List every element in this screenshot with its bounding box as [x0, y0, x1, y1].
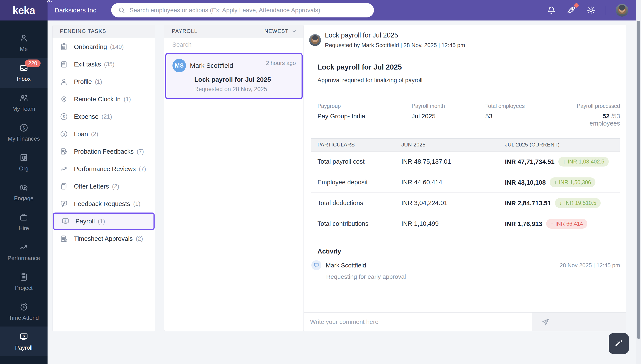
task-loan[interactable]: Loan(2) — [52, 125, 155, 143]
row-jun-value: INR 1,10,499 — [395, 214, 498, 234]
task-count: (21) — [102, 113, 112, 120]
user-icon — [19, 33, 29, 43]
clipboard-list-icon — [60, 42, 68, 51]
row-particular: Total payroll cost — [311, 151, 395, 172]
task-count: (1) — [98, 218, 105, 225]
task-expense[interactable]: Expense(21) — [52, 108, 155, 125]
ai-assistant-button[interactable] — [609, 333, 629, 354]
global-search[interactable] — [111, 3, 374, 18]
task-label: Exit tasks — [74, 61, 101, 68]
comment-input-wrap[interactable] — [304, 312, 532, 331]
nav-label: My Finances — [8, 135, 40, 142]
requester-name: Mark Scottfield — [190, 62, 233, 69]
people-group-icon — [19, 93, 29, 103]
whats-new-button[interactable] — [566, 5, 576, 16]
task-count: (2) — [91, 131, 98, 138]
search-icon — [118, 6, 126, 14]
task-label: Remote Clock In — [74, 96, 120, 103]
comment-actions-zone: Reject Approve — [532, 312, 626, 331]
detail-body: Lock payroll for Jul 2025 Approval requi… — [304, 55, 626, 280]
task-label: Performance Reviews — [74, 166, 136, 173]
section-divider — [304, 241, 626, 241]
list-header: PAYROLL NEWEST — [164, 25, 304, 38]
request-title: Lock payroll for Jul 2025 — [194, 76, 296, 83]
task-payroll[interactable]: Payroll(1) — [53, 212, 154, 230]
detail-header: Lock payroll for Jul 2025 Requested by M… — [304, 25, 626, 55]
nav-label: Payroll — [15, 344, 32, 351]
inbox-count-badge: 220 — [25, 60, 40, 67]
nav-partial-item[interactable] — [0, 356, 48, 364]
task-remote-clock-in[interactable]: Remote Clock In(1) — [52, 90, 155, 108]
task-feedback-requests[interactable]: Feedback Requests(1) — [52, 195, 155, 212]
page-scrollbar-thumb[interactable] — [637, 21, 640, 339]
list-search-input[interactable] — [172, 41, 296, 48]
nav-me[interactable]: Me — [0, 28, 48, 58]
table-row: Employee deposit INR 44,60,414 INR 43,10… — [311, 172, 620, 193]
monitor-dollar-icon — [19, 332, 29, 342]
detail-meta: Requested by Mark Scottfield | 28 Nov, 2… — [325, 42, 465, 48]
info-payroll-processed: Payroll processed 52 /53 employees — [572, 103, 620, 127]
keka-logo-text: keka — [13, 4, 35, 16]
comment-bar: Reject Approve — [304, 312, 626, 331]
nav-org[interactable]: Org — [0, 147, 48, 177]
task-label: Profile — [74, 78, 92, 86]
delta-amount: INR 1,03,402.5 — [568, 158, 604, 165]
task-count: (35) — [104, 61, 114, 68]
nav-performance[interactable]: Performance — [0, 237, 48, 267]
send-comment-button[interactable] — [540, 317, 550, 327]
page-scrollbar-track[interactable] — [636, 0, 641, 364]
nav-label: Performance — [8, 255, 40, 262]
detail-title: Lock payroll for Jul 2025 — [325, 32, 465, 39]
nav-hire[interactable]: Hire — [0, 207, 48, 237]
payroll-request-card[interactable]: MS Mark Scottfield 2 hours ago Lock payr… — [165, 53, 302, 100]
activity-author: Mark Scottfield — [326, 262, 366, 269]
chat-bubbles-icon — [19, 182, 29, 192]
row-jun-value: INR 3,04,224.01 — [395, 193, 498, 214]
task-label: Feedback Requests — [74, 200, 130, 208]
nav-my-team[interactable]: My Team — [0, 88, 48, 118]
task-offer-letters[interactable]: Offer Letters(2) — [52, 178, 155, 195]
nav-payroll[interactable]: Payroll — [0, 326, 48, 356]
task-performance-reviews[interactable]: Performance Reviews(7) — [52, 160, 155, 178]
top-bar: keka Darksiders Inc — [0, 0, 636, 20]
col-particulars: PARTICULARS — [311, 139, 395, 151]
task-count: (1) — [95, 78, 102, 85]
task-probation-feedbacks[interactable]: Probation Feedbacks(7) — [52, 143, 155, 160]
nav-inbox[interactable]: 220Inbox — [0, 58, 48, 88]
settings-button[interactable] — [586, 5, 596, 15]
chevron-down-icon — [291, 28, 297, 34]
pending-tasks-header: PENDING TASKS — [52, 25, 155, 38]
notifications-button[interactable] — [546, 5, 556, 15]
global-search-input[interactable] — [130, 7, 368, 14]
task-label: Payroll — [76, 218, 95, 225]
list-search[interactable] — [164, 38, 304, 52]
payroll-comparison-table: PARTICULARS JUN 2025 JUL 2025 (CURRENT) … — [311, 138, 620, 234]
nav-time-attend[interactable]: Time Attend — [0, 297, 48, 326]
nav-project[interactable]: Project — [0, 267, 48, 297]
user-avatar[interactable] — [616, 4, 628, 16]
nav-my-finances[interactable]: My Finances — [0, 118, 48, 147]
task-label: Expense — [74, 113, 98, 120]
arrow-down-icon: ↓ — [554, 179, 557, 186]
row-particular: Employee deposit — [311, 172, 395, 193]
nav-engage[interactable]: Engage — [0, 177, 48, 207]
info-value: 53 — [485, 113, 572, 120]
task-count: (140) — [110, 44, 124, 50]
task-onboarding[interactable]: Onboarding(140) — [52, 38, 155, 56]
briefcase-icon — [19, 212, 29, 222]
comment-input[interactable] — [310, 318, 532, 326]
keka-logo[interactable]: keka — [0, 0, 48, 20]
alarm-clock-icon — [19, 302, 29, 312]
sort-dropdown[interactable]: NEWEST — [264, 28, 297, 34]
task-count: (1) — [133, 200, 140, 207]
nav-label: My Team — [12, 106, 35, 112]
delta-amount: INR 19,510.5 — [564, 200, 596, 206]
table-row: Total payroll cost INR 48,75,137.01 INR … — [311, 151, 620, 172]
task-timesheet-approvals[interactable]: Timesheet Approvals(2) — [52, 230, 155, 248]
task-exit-tasks[interactable]: Exit tasks(35) — [52, 56, 155, 73]
main-nav-rail: Me 220Inbox My Team My Finances Org Enga… — [0, 20, 48, 364]
row-jun-value: INR 44,60,414 — [395, 172, 498, 193]
task-profile[interactable]: Profile(1) — [52, 73, 155, 90]
requester-photo-avatar — [309, 34, 321, 46]
pending-tasks-panel: PENDING TASKS Onboarding(140) Exit tasks… — [52, 25, 155, 331]
